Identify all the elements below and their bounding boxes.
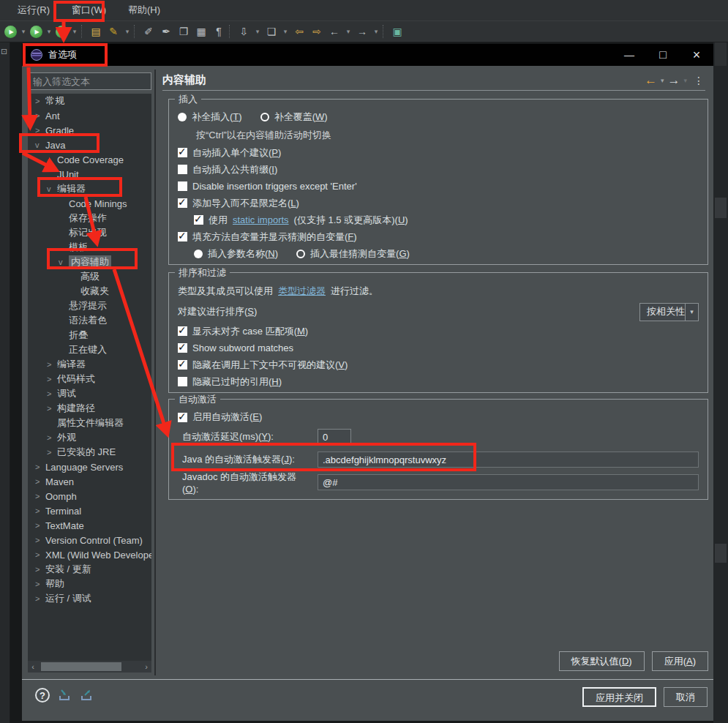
tree-item-installed-jre[interactable]: > 已安装的 JRE (28, 445, 151, 460)
tree-item-code-coverage[interactable]: Code Coverage (28, 152, 151, 167)
format-brush-icon[interactable]: ✒ (159, 24, 173, 39)
scrollbar-thumb[interactable] (41, 662, 121, 671)
type-filters-link[interactable]: 类型过滤器 (278, 285, 326, 298)
scrollbar-fragment[interactable] (715, 198, 727, 218)
scroll-left-icon[interactable]: ‹ (28, 662, 38, 671)
chevron-icon[interactable]: > (35, 536, 45, 544)
hide-deprecated-checkbox[interactable] (178, 377, 187, 386)
help-icon[interactable]: ? (35, 688, 50, 703)
copy-doc-icon[interactable]: ❐ (176, 24, 191, 39)
chevron-icon[interactable]: v (35, 141, 45, 149)
show-subword-matches-checkbox[interactable] (178, 343, 187, 353)
import-dropdown[interactable]: ▾ (254, 24, 261, 39)
tree-item-folding[interactable]: 折叠 (28, 328, 151, 342)
tree-item-oomph[interactable]: > Oomph (28, 489, 151, 503)
back-history-icon[interactable]: ← (327, 24, 342, 39)
import-icon[interactable]: ⇩ (236, 24, 251, 39)
chevron-icon[interactable]: > (35, 97, 45, 105)
new-window-icon[interactable]: ▣ (390, 24, 405, 39)
restore-view-icon[interactable]: ⊡ (1, 47, 7, 56)
chevron-icon[interactable]: > (35, 126, 45, 135)
chevron-icon[interactable]: > (35, 594, 45, 603)
static-imports-link[interactable]: static imports (233, 214, 289, 225)
insert-common-prefix-checkbox[interactable] (178, 165, 187, 174)
tree-item-maven[interactable]: > Maven (28, 474, 151, 489)
disable-insertion-triggers-checkbox[interactable] (178, 181, 187, 191)
tree-item-typing[interactable]: 正在键入 (28, 342, 151, 357)
pen-icon[interactable]: ✎ (106, 24, 121, 39)
chevron-icon[interactable]: > (35, 580, 45, 588)
import-preferences-icon[interactable] (57, 689, 72, 702)
table-icon[interactable]: ▦ (194, 24, 209, 39)
tree-item-advanced[interactable]: 高级 (28, 269, 151, 284)
hide-invisible-proposals-checkbox[interactable] (178, 360, 187, 370)
apply-button[interactable]: 应用(A) (652, 651, 708, 671)
tree-item-templates[interactable]: 模板 (28, 240, 151, 255)
maximize-button[interactable]: □ (646, 44, 680, 66)
profile-icon[interactable]: ▶ (56, 26, 68, 38)
tree-item-code-minings[interactable]: Code Minings (28, 196, 151, 211)
chevron-icon[interactable]: > (35, 565, 45, 574)
run-dropdown[interactable]: ▾ (20, 24, 27, 39)
tree-item-build-path[interactable]: > 构建路径 (28, 401, 151, 416)
toolbar-separator[interactable] (383, 25, 387, 38)
completion-overwrite-radio[interactable] (260, 113, 269, 121)
toolbar-separator[interactable] (81, 25, 86, 38)
tree-item-debug[interactable]: > 调试 (28, 386, 151, 401)
tree-item-install-update[interactable]: > 安装 / 更新 (28, 562, 151, 577)
profile-dropdown[interactable]: ▾ (71, 24, 78, 39)
tree-item-save-actions[interactable]: 保存操作 (28, 211, 151, 225)
chevron-icon[interactable]: > (47, 433, 57, 442)
tree-item-ant[interactable]: > Ant (28, 108, 151, 123)
tree-item-mark-occurrences[interactable]: 标记出现 (28, 225, 151, 240)
use-static-imports-checkbox[interactable] (194, 215, 203, 225)
view-menu-icon[interactable]: ⋮ (694, 75, 704, 86)
tree-item-general[interactable]: > 常规 (28, 94, 151, 108)
forward-arrow-icon[interactable]: → (667, 73, 680, 88)
completion-insert-radio[interactable] (178, 113, 187, 121)
tree-item-language-servers[interactable]: > Language Servers (28, 460, 151, 474)
chevron-icon[interactable]: > (35, 477, 45, 486)
coverage-dropdown[interactable]: ▾ (45, 24, 53, 39)
scrollbar-fragment[interactable] (715, 544, 727, 563)
javadoc-triggers-input[interactable] (318, 474, 699, 490)
chevron-icon[interactable]: > (35, 462, 45, 471)
tree-item-favorites[interactable]: 收藏夹 (28, 284, 151, 299)
fill-arguments-checkbox[interactable] (178, 232, 187, 241)
task-dropdown[interactable]: ▾ (282, 24, 289, 39)
enable-auto-activation-checkbox[interactable] (178, 413, 187, 422)
mark-occurrences-icon[interactable]: ✐ (141, 24, 156, 39)
forward-dropdown-icon[interactable]: ▾ (683, 77, 687, 84)
tree-item-terminal[interactable]: > Terminal (28, 503, 151, 518)
menu-help[interactable]: 帮助(H) (125, 2, 163, 18)
forward-history-dropdown[interactable]: ▾ (372, 24, 380, 39)
forward-history-icon[interactable]: → (355, 24, 369, 39)
auto-activation-delay-input[interactable] (318, 429, 351, 445)
export-preferences-icon[interactable] (79, 689, 94, 702)
back-arrow-icon[interactable]: ← (645, 73, 657, 88)
chevron-icon[interactable]: > (47, 375, 57, 383)
tree-item-editor[interactable]: v 编辑器 (28, 181, 151, 196)
tree-item-help[interactable]: > 帮助 (28, 577, 151, 591)
insert-single-proposal-checkbox[interactable] (178, 148, 187, 157)
open-task-icon[interactable]: ❏ (264, 24, 279, 39)
chevron-icon[interactable]: > (35, 521, 45, 530)
run-icon[interactable]: ▶ (4, 26, 17, 38)
back-dropdown-icon[interactable]: ▾ (661, 77, 664, 84)
chevron-icon[interactable]: > (35, 506, 45, 515)
scroll-right-icon[interactable]: › (141, 662, 151, 671)
chevron-icon[interactable]: > (35, 492, 45, 501)
chevron-icon[interactable]: > (47, 448, 57, 457)
show-case-mismatch-checkbox[interactable] (178, 326, 187, 336)
sort-order-select[interactable]: 按相关性 ▾ (639, 303, 699, 321)
show-whitespace-icon[interactable]: ¶ (211, 24, 226, 39)
tree-item-syntax-coloring[interactable]: 语法着色 (28, 313, 151, 328)
tree-item-gradle[interactable]: > Gradle (28, 123, 151, 138)
chevron-icon[interactable]: v (47, 184, 57, 193)
chevron-icon[interactable]: > (47, 389, 57, 398)
tree-item-code-style[interactable]: > 代码样式 (28, 372, 151, 386)
tree-item-junit[interactable]: JUnit (28, 167, 151, 181)
tree-horizontal-scrollbar[interactable]: ‹ › (28, 661, 151, 673)
tree-item-xml[interactable]: > XML (Wild Web Develope (28, 547, 151, 562)
chevron-icon[interactable]: > (35, 550, 45, 559)
